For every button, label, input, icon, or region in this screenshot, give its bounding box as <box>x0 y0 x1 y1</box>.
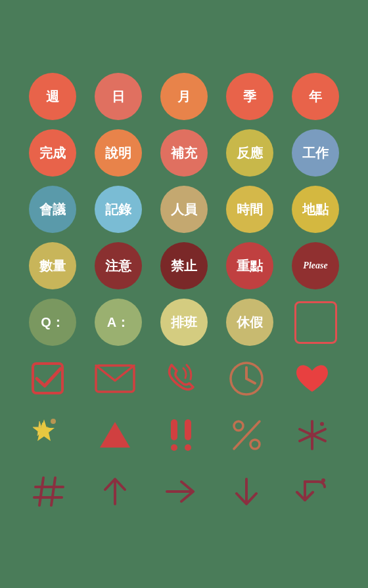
arrow-down-icon <box>230 472 263 511</box>
arrow-right-icon <box>162 475 200 508</box>
cell-supplement[interactable]: 補充 <box>154 129 214 177</box>
circle-vacation: 休假 <box>226 299 273 346</box>
svg-line-4 <box>246 379 255 383</box>
circle-response: 反應 <box>226 129 273 177</box>
cell-meeting[interactable]: 會議 <box>23 186 82 233</box>
cell-response[interactable]: 反應 <box>220 129 279 177</box>
exclamation-icon <box>163 416 199 454</box>
svg-point-27 <box>321 478 325 482</box>
svg-point-18 <box>320 422 324 426</box>
circle-a: A： <box>95 299 142 346</box>
arrow-left-curve-icon <box>293 474 331 510</box>
cell-please[interactable]: Please <box>286 242 345 289</box>
cell-asterisk-icon[interactable] <box>286 411 338 459</box>
cell-vacation[interactable]: 休假 <box>220 299 279 346</box>
cell-complete[interactable]: 完成 <box>23 129 82 177</box>
svg-rect-8 <box>171 419 177 440</box>
envelope-icon <box>94 362 137 395</box>
svg-rect-10 <box>185 419 191 440</box>
circle-quantity: 數量 <box>29 242 76 289</box>
circle-time: 時間 <box>226 186 273 233</box>
cell-hash-icon[interactable] <box>23 468 76 515</box>
emoji-grid: 週 日 月 季 年 完成 說明 補充 反應 工作 會議 記錄 人員 時間 地點 <box>10 53 358 535</box>
circle-day: 日 <box>95 73 142 120</box>
circle-people: 人員 <box>160 186 208 233</box>
cell-star-icon[interactable] <box>23 411 76 459</box>
circle-season: 季 <box>226 73 273 120</box>
circle-forbidden: 禁止 <box>160 242 208 289</box>
cell-record[interactable]: 記錄 <box>89 186 148 233</box>
circle-work: 工作 <box>292 129 339 177</box>
clock-icon <box>227 360 265 398</box>
cell-explain[interactable]: 說明 <box>89 129 148 177</box>
cell-forbidden[interactable]: 禁止 <box>154 242 214 289</box>
cell-notice[interactable]: 注意 <box>89 242 148 289</box>
circle-schedule: 排班 <box>160 299 208 346</box>
cell-location[interactable]: 地點 <box>286 186 345 233</box>
cell-arrow-up-icon[interactable] <box>89 468 141 515</box>
checkbox-icon <box>30 361 68 397</box>
svg-point-6 <box>51 419 56 424</box>
cell-people[interactable]: 人員 <box>154 186 214 233</box>
svg-point-9 <box>171 444 177 451</box>
star-icon <box>30 416 69 454</box>
circle-year: 年 <box>292 73 339 120</box>
cell-work[interactable]: 工作 <box>286 129 345 177</box>
svg-point-11 <box>185 444 191 451</box>
cell-clock-icon[interactable] <box>220 355 273 402</box>
circle-please: Please <box>292 242 339 289</box>
cell-time[interactable]: 時間 <box>220 186 279 233</box>
cell-arrow-down-icon[interactable] <box>220 468 273 515</box>
circle-record: 記錄 <box>95 186 142 233</box>
circle-week: 週 <box>29 73 76 120</box>
svg-point-13 <box>250 440 260 449</box>
cell-phone-icon[interactable] <box>154 355 207 402</box>
svg-line-14 <box>234 421 260 449</box>
svg-line-19 <box>39 478 43 505</box>
circle-location: 地點 <box>292 186 339 233</box>
circle-keypoint: 重點 <box>226 242 273 289</box>
cell-keypoint[interactable]: 重點 <box>220 242 279 289</box>
empty-rect-icon <box>294 301 337 344</box>
cell-envelope-icon[interactable] <box>89 355 141 402</box>
asterisk-icon <box>294 416 331 454</box>
circle-meeting: 會議 <box>29 186 76 233</box>
circle-complete: 完成 <box>29 129 76 177</box>
cell-schedule[interactable]: 排班 <box>154 299 214 346</box>
cell-exclamation-icon[interactable] <box>154 411 207 459</box>
cell-checkbox-icon[interactable] <box>23 355 76 402</box>
cell-a[interactable]: A： <box>89 299 148 346</box>
cell-quantity[interactable]: 數量 <box>23 242 82 289</box>
circle-q: Q： <box>29 299 76 346</box>
cell-triangle-icon[interactable] <box>89 411 141 459</box>
percent-icon <box>229 416 265 454</box>
cell-heart-icon[interactable] <box>286 355 338 402</box>
triangle-icon <box>97 419 133 452</box>
svg-marker-7 <box>100 422 130 448</box>
phone-icon <box>162 360 200 398</box>
cell-year[interactable]: 年 <box>286 73 345 120</box>
arrow-up-icon <box>99 472 131 511</box>
cell-arrow-right-icon[interactable] <box>154 468 207 515</box>
cell-arrow-left-curve-icon[interactable] <box>286 468 338 515</box>
svg-point-12 <box>234 421 243 430</box>
cell-empty-rect[interactable] <box>286 299 345 346</box>
cell-day[interactable]: 日 <box>89 73 148 120</box>
cell-week[interactable]: 週 <box>23 73 82 120</box>
heart-icon <box>293 361 331 397</box>
circle-supplement: 補充 <box>160 129 208 177</box>
cell-season[interactable]: 季 <box>220 73 279 120</box>
circle-month: 月 <box>160 73 208 120</box>
cell-q[interactable]: Q： <box>23 299 82 346</box>
circle-explain: 說明 <box>95 129 142 177</box>
cell-month[interactable]: 月 <box>154 73 214 120</box>
circle-notice: 注意 <box>95 242 142 289</box>
cell-percent-icon[interactable] <box>220 411 273 459</box>
hash-icon <box>32 472 68 511</box>
svg-line-20 <box>51 478 55 505</box>
